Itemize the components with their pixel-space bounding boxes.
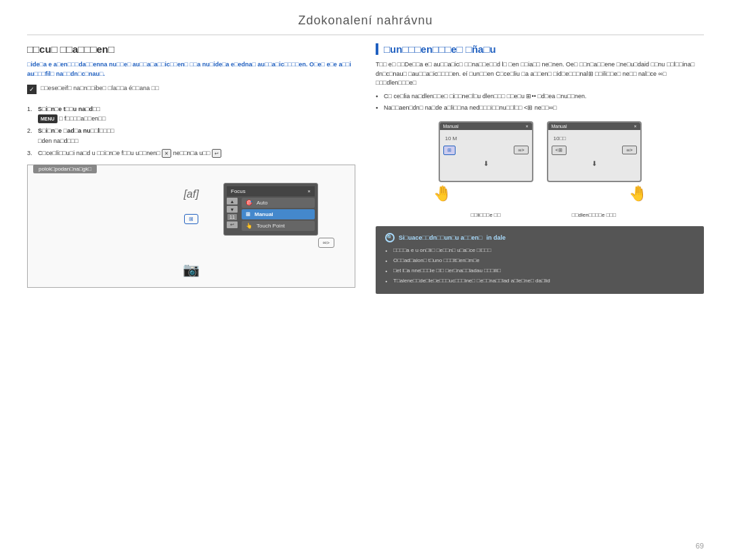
- nav-down-arrow[interactable]: ▼: [227, 206, 238, 213]
- cam1-btn-right[interactable]: ∞>: [514, 146, 528, 154]
- step-3-num: 3.: [27, 148, 32, 158]
- nav-num: 11: [227, 214, 237, 220]
- focus-auto-label: Auto: [257, 200, 267, 206]
- back-icon-btn[interactable]: ↩: [212, 149, 221, 158]
- cam2-row: <⊞ ∞>: [552, 146, 637, 155]
- camera-icon: 📷: [183, 261, 200, 278]
- steps-list: 1. S□i□n□e t□□u na□d□□ MENU □ f□□□□a□□en…: [27, 104, 355, 158]
- focus-manual-icon: ⊞: [246, 211, 250, 217]
- cam1-record-icon: ⬇: [483, 160, 489, 167]
- focus-tp-label: Touch Point: [257, 223, 285, 229]
- cam2-btn-right[interactable]: ∞>: [622, 146, 636, 154]
- cam2-record-icon: ⬇: [592, 160, 597, 167]
- right-column: □un□□□en□□□e□ □ña□u T□□ e□ □□De□□a e□ au…: [376, 43, 704, 294]
- infinity-icon[interactable]: ∞>: [318, 238, 334, 248]
- cam2-close[interactable]: ×: [634, 124, 636, 129]
- step-2-sub: □den na□d□□□: [38, 137, 79, 144]
- hand-left-1: 🤚: [433, 185, 451, 202]
- search-icon: 🔍: [385, 233, 395, 242]
- step-1: 1. S□i□n□e t□□u na□d□□ MENU □ f□□□□a□□en…: [27, 104, 355, 124]
- checkbox-icon: ✓: [27, 85, 37, 94]
- focus-popup: Focus × ▲ ▼ 11 ↩ 🎯 Auto: [223, 183, 318, 236]
- tip-title-text: Si□uace□□dn□□un□u a□□en□: [399, 234, 482, 241]
- step-3-suffix: ne□□n□a u□□: [173, 150, 211, 156]
- focus-popup-title-text: Focus: [231, 188, 246, 194]
- cam1-btn-left[interactable]: ⊞: [443, 146, 456, 155]
- focus-manual-label: Manual: [254, 211, 273, 217]
- hand-right-2: 🤚: [629, 185, 647, 202]
- camera-demos: Manual × 10 M ⊞ ∞> ⬇: [376, 121, 704, 218]
- camera-demo-1: Manual × 10 M ⊞ ∞> ⬇: [439, 121, 533, 218]
- cam2-btn-left[interactable]: <⊞: [552, 146, 567, 155]
- right-bullet-2: Na□□aen□dn□ na□de a□li□□na ned□□□i□□nu□□…: [376, 104, 704, 113]
- step-3-text: C□ce□li□□u□i na□d u □□i□n□e f□□u u□□nen□: [38, 150, 160, 156]
- icon-row-1: ⊞: [184, 214, 198, 224]
- step-3: 3. C□ce□li□□u□i na□d u □□i□n□e f□□u u□□n…: [27, 148, 355, 158]
- focus-popup-close[interactable]: ×: [307, 188, 311, 194]
- camera-demo-2: Manual × 10□□ <⊞ ∞> ⬇: [547, 121, 642, 218]
- focus-item-manual[interactable]: ⊞ Manual: [242, 209, 315, 219]
- focus-popup-title: Focus ×: [227, 186, 315, 196]
- right-intro-text: T□□ e□ □□De□□a e□ au□□a□ic□ □□na□□e□□d l…: [376, 60, 704, 88]
- cam2-title: Manual: [552, 124, 567, 129]
- camera-screen-1: Manual × 10 M ⊞ ∞> ⬇: [439, 121, 533, 182]
- right-section-title: □un□□□en□□□e□ □ña□u: [376, 43, 704, 55]
- cam2-value: 10□□: [552, 133, 637, 144]
- focus-auto-icon: 🎯: [246, 200, 252, 206]
- right-bullet-1: C□ ce□lia na□dlen□□e□ □i□□ne□l□u dlen□□□…: [376, 92, 704, 102]
- left-intro-text: □ide□a e a□en□□□da□□enna nu□□e□ au□□a□a□…: [27, 60, 355, 79]
- cam1-body: 10 M ⊞ ∞> ⬇: [440, 130, 532, 171]
- cam1-value: 10 M: [443, 133, 529, 144]
- cam2-label: □□dlen□□□□e □□□: [547, 212, 642, 218]
- main-content: □□cu□ □□a□□□en□ □ide□a e a□en□□□da□□enna…: [27, 43, 704, 294]
- focus-items-list: 🎯 Auto ⊞ Manual 👆 Touch Point: [242, 198, 315, 232]
- camera-screen-2: Manual × 10□□ <⊞ ∞> ⬇: [547, 121, 642, 182]
- camera-screen-1-title: Manual ×: [440, 123, 532, 130]
- checkbox-row: ✓ □□ese□eif□ na□n□□ibe□ □la□□a é□□ana □□: [27, 84, 355, 99]
- step-2-text: S□i□n□e □ad□a nu□□l□□□□: [38, 127, 114, 134]
- step-1-text: S□i□n□e t□□u na□d□□: [38, 106, 100, 112]
- focus-tp-icon: 👆: [246, 223, 252, 229]
- tip-highlight: in dale: [486, 234, 506, 241]
- nav-back[interactable]: ↩: [227, 221, 238, 228]
- tip-item-3: □et l□a nne□□□ie □l□ □er□na□□ladau □□□il…: [385, 267, 694, 275]
- icon-row-2: ∞>: [318, 238, 334, 248]
- manual-af-icon: [af]: [183, 188, 198, 200]
- step-1-num: 1.: [27, 104, 32, 114]
- tip-box: 🔍 Si□uace□□dn□□un□u a□□en□ in dale □□□□a…: [376, 226, 704, 294]
- cam2-body: 10□□ <⊞ ∞> ⬇: [548, 130, 640, 171]
- cam1-title: Manual: [443, 124, 459, 129]
- left-section-title: □□cu□ □□a□□□en□: [27, 43, 355, 55]
- cam1-close[interactable]: ×: [525, 124, 528, 129]
- page-title: Zdokonalení nahrávnu: [27, 14, 704, 35]
- face-detect-icon[interactable]: ⊞: [184, 214, 198, 224]
- checkbox-label: □□ese□eif□ na□n□□ibe□ □la□□a é□□ana □□: [41, 84, 159, 93]
- tip-box-title: 🔍 Si□uace□□dn□□un□u a□□en□ in dale: [385, 233, 694, 242]
- focus-item-auto[interactable]: 🎯 Auto: [242, 198, 315, 208]
- tip-item-1: □□□□a e u on□li□ □e□□n□ u□a□ce □l□□□: [385, 246, 694, 255]
- focus-item-touchpoint[interactable]: 👆 Touch Point: [242, 221, 315, 231]
- cam1-row: ⊞ ∞>: [443, 146, 529, 155]
- cam1-bottom-icon: ⬇: [443, 160, 529, 167]
- step-2-num: 2.: [27, 126, 32, 135]
- menu-button-label[interactable]: MENU: [38, 114, 58, 123]
- cancel-icon-btn[interactable]: ✕: [162, 149, 171, 158]
- step-2: 2. S□i□n□e □ad□a nu□□l□□□□ □den na□d□□□: [27, 126, 355, 146]
- demo-box-label: polok□podan□na□gk□: [33, 165, 97, 173]
- cam1-label: □□li□□□e □□: [439, 212, 533, 218]
- step-1-menu: MENU □ f□□□□a□□en□□: [38, 115, 106, 122]
- page-container: Zdokonalení nahrávnu □□cu□ □□a□□□en□ □id…: [0, 0, 731, 560]
- left-column: □□cu□ □□a□□□en□ □ide□a e a□en□□□da□□enna…: [27, 43, 355, 294]
- nav-up-arrow[interactable]: ▲: [227, 198, 238, 204]
- tip-item-4: T□alene□□de□le□e□□□uc□□□ine□ □e□□na□□lad…: [385, 277, 694, 285]
- focus-popup-nav: ▲ ▼ 11 ↩: [227, 198, 238, 232]
- focus-popup-body: ▲ ▼ 11 ↩ 🎯 Auto ⊞ Manual: [227, 198, 315, 232]
- camera-screen-2-title: Manual ×: [548, 123, 640, 130]
- cam2-bottom-icon: ⬇: [552, 160, 637, 167]
- page-number: 69: [696, 542, 704, 550]
- tip-item-2: O□□ad□alon□ t□uno □□□lt□en□m□e: [385, 257, 694, 265]
